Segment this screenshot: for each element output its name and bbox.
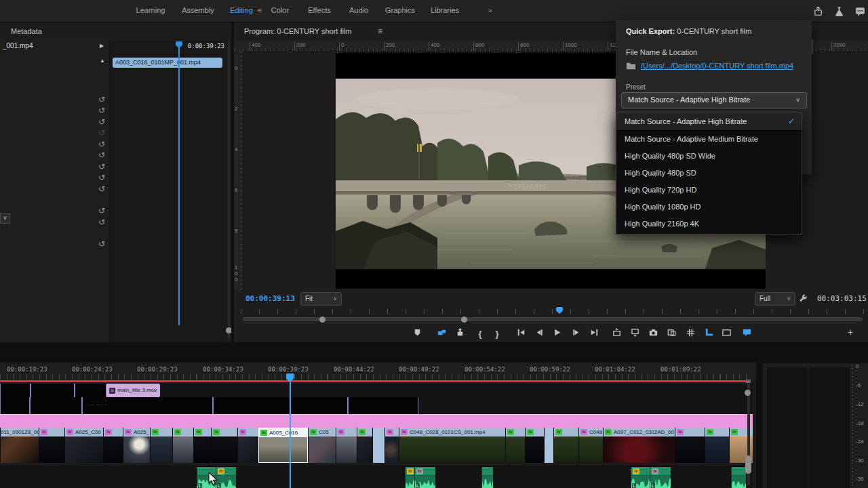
video-clip[interactable] xyxy=(0,397,30,414)
reset-parameter-icon[interactable]: ↺ xyxy=(96,150,107,161)
button-editor-button[interactable] xyxy=(685,327,696,338)
video-clip[interactable]: fx xyxy=(172,428,193,463)
reset-parameter-icon[interactable]: ↺ xyxy=(96,94,107,105)
preset-option[interactable]: High Quality 2160p 4K xyxy=(616,216,802,232)
reset-parameter-icon[interactable]: ↺ xyxy=(96,184,107,195)
comment-button[interactable] xyxy=(741,327,752,338)
workspace-menu-icon[interactable]: ≡ xyxy=(258,6,262,14)
reset-parameter-icon[interactable]: ↺ xyxy=(96,105,107,116)
go-to-out-button[interactable] xyxy=(589,327,599,338)
play-button[interactable] xyxy=(551,327,562,338)
source-clip-row[interactable]: _001.mp4 xyxy=(0,42,110,53)
scroll-knob-left[interactable] xyxy=(319,317,326,323)
video-clip[interactable]: fx xyxy=(553,428,578,463)
clip-C05[interactable]: fxC05 xyxy=(308,428,336,463)
export-path-link[interactable]: /Users/.../Desktop/0-CENTURY short film.… xyxy=(641,62,793,70)
monitor-scrub-area[interactable] xyxy=(234,307,868,325)
video-clip[interactable]: ·· ··· · xyxy=(82,397,213,414)
adjustment-layer-clip[interactable] xyxy=(0,414,753,428)
monitor-scrollbar[interactable] xyxy=(243,317,863,321)
mark-out-button[interactable]: } xyxy=(492,327,502,338)
timeline-ruler[interactable]: 00:00:19:2300:00:24:2300:00:29:2300:00:3… xyxy=(0,363,756,380)
clip-A025_[interactable]: fxA025_ xyxy=(123,428,150,463)
panel-vscrollbar[interactable] xyxy=(228,41,230,339)
playback-resolution-select[interactable]: Full ∨ xyxy=(755,292,795,306)
current-timecode[interactable]: 00:00:39:13 xyxy=(245,294,295,303)
clip-A003_C016[interactable]: fxA003_C016 xyxy=(258,428,308,463)
preset-option[interactable]: Match Source - Adaptive Medium Bitrate xyxy=(616,131,802,148)
audio-clip[interactable] xyxy=(731,467,746,488)
workspace-tab-libraries[interactable]: Libraries xyxy=(431,6,459,14)
clip-A097_C012_0302AD_001.m[interactable]: fxA097_C012_0302AD_001.m xyxy=(603,428,675,463)
video-clip[interactable] xyxy=(213,397,348,414)
video-clip[interactable]: fx xyxy=(150,428,172,463)
video-clip[interactable]: fx xyxy=(705,428,729,463)
video-clip[interactable]: fx xyxy=(675,428,705,463)
video-clip[interactable]: fx xyxy=(211,428,237,463)
audio-clip[interactable] xyxy=(481,467,493,488)
step-back-button[interactable] xyxy=(534,327,545,338)
reset-parameter-icon[interactable]: ↺ xyxy=(96,239,107,249)
clip-011_0901Z8_001.[interactable]: 011_0901Z8_001. xyxy=(0,428,39,463)
export-frame-share-button[interactable] xyxy=(454,327,465,338)
mini-timeline-clip[interactable]: A003_C016_0101MP_001.mp4 xyxy=(113,58,222,68)
title-clip[interactable]: fxmain_title 3.mov xyxy=(106,384,160,397)
video-clip[interactable]: fx xyxy=(505,428,525,463)
video-clip[interactable]: fx xyxy=(525,428,544,463)
tab-metadata[interactable]: Metadata xyxy=(11,27,42,35)
comparison-view-button[interactable] xyxy=(666,327,677,338)
property-dropdown-chevron[interactable]: ∨ xyxy=(0,213,10,224)
collapse-arrow-icon[interactable]: ▲ xyxy=(100,58,105,64)
share-icon[interactable] xyxy=(812,5,825,18)
video-clip[interactable]: fx xyxy=(357,428,372,463)
video-clip[interactable] xyxy=(544,428,553,463)
video-clip[interactable]: fx xyxy=(193,428,211,463)
go-to-in-button[interactable] xyxy=(515,327,526,338)
clip-C048[interactable]: fxC048 xyxy=(578,428,603,463)
beaker-icon[interactable] xyxy=(833,5,846,18)
mark-in-button[interactable]: { xyxy=(475,327,486,338)
panel-menu-icon[interactable]: ≡ xyxy=(378,26,382,36)
add-marker-button[interactable] xyxy=(412,327,422,338)
reset-parameter-icon[interactable]: ↺ xyxy=(96,127,107,138)
comments-icon[interactable] xyxy=(854,5,867,18)
safe-margins-button[interactable] xyxy=(721,327,732,338)
video-clip[interactable] xyxy=(0,384,31,397)
reset-parameter-icon[interactable]: ↺ xyxy=(96,205,107,216)
workspace-overflow-button[interactable]: » xyxy=(488,6,492,14)
reset-parameter-icon[interactable]: ↺ xyxy=(96,172,107,183)
video-clip[interactable]: fx xyxy=(237,428,258,463)
workspace-tab-audio[interactable]: Audio xyxy=(349,6,368,14)
preset-option[interactable]: High Quality 480p SD xyxy=(616,165,802,182)
reset-parameter-icon[interactable]: ↺ xyxy=(96,217,107,228)
rulers-button[interactable] xyxy=(703,327,714,338)
timeline-scroll-handle[interactable] xyxy=(745,455,751,474)
expand-arrow-icon[interactable]: ▶ xyxy=(100,43,104,49)
workspace-tab-editing[interactable]: Editing xyxy=(230,6,253,14)
proxy-toggle-button[interactable] xyxy=(436,327,447,338)
lift-button[interactable] xyxy=(611,327,622,338)
clip-C048_C028_0101CS_001.mp4[interactable]: fxC048_C028_0101CS_001.mp4 xyxy=(399,428,505,463)
audio-clip[interactable]: fxL xyxy=(414,467,435,488)
reset-parameter-icon[interactable]: ↺ xyxy=(96,139,107,150)
audio-clip[interactable]: fx xyxy=(405,467,414,488)
export-frame-button[interactable] xyxy=(648,327,658,338)
audio-clip[interactable]: fxL xyxy=(650,467,671,488)
video-clip[interactable]: fx xyxy=(103,428,123,463)
audio-clip[interactable]: fxL xyxy=(631,467,650,488)
video-clip[interactable] xyxy=(372,428,384,463)
video-clip[interactable] xyxy=(75,384,106,397)
video-clip[interactable]: fx xyxy=(39,428,64,463)
scroll-knob-right[interactable] xyxy=(461,317,467,323)
workspace-tab-graphics[interactable]: Graphics xyxy=(385,6,415,14)
workspace-tab-learning[interactable]: Learning xyxy=(136,6,165,14)
video-clip[interactable]: fx xyxy=(384,428,399,463)
clip-A025_C00[interactable]: fxA025_C00 xyxy=(64,428,103,463)
timeline-scroll-knob[interactable] xyxy=(745,390,751,396)
preset-option[interactable]: High Quality 720p HD xyxy=(616,182,802,199)
preset-option[interactable]: High Quality 1080p HD xyxy=(616,199,802,216)
reset-parameter-icon[interactable]: ↺ xyxy=(96,161,107,172)
preset-option[interactable]: High Quality 480p SD Wide xyxy=(616,148,802,165)
workspace-tab-assembly[interactable]: Assembly xyxy=(182,6,214,14)
video-clip[interactable]: fx xyxy=(336,428,357,463)
